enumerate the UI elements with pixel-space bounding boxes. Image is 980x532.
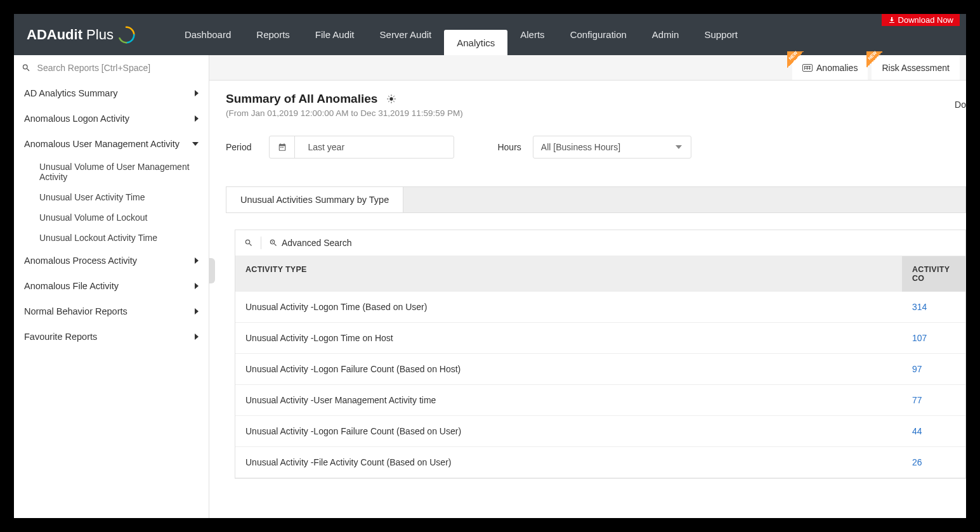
- tab-strip: Unusual Activities Summary by Type: [226, 186, 966, 213]
- filter-row: Period Last year Hours All [Business Hou…: [226, 136, 966, 159]
- search-wrap: [14, 55, 209, 81]
- col-activity-count[interactable]: ACTIVITY CO: [902, 256, 965, 292]
- sidebar-item-anomalous-file-activity[interactable]: Anomalous File Activity: [14, 273, 209, 299]
- chevron-right-icon: [195, 115, 199, 122]
- period-selector[interactable]: Last year: [269, 136, 454, 159]
- cell-activity-type: Unusual Activity -Logon Failure Count (B…: [235, 354, 902, 384]
- main: Do Summary of All Anomalies (From Jan 01…: [209, 81, 966, 518]
- nav-item-support[interactable]: Support: [691, 14, 750, 55]
- sidebar-item-favourite-reports[interactable]: Favourite Reports: [14, 324, 209, 349]
- advanced-search-button[interactable]: Advanced Search: [269, 238, 352, 248]
- cell-activity-count[interactable]: 97: [902, 354, 965, 384]
- anomalies-icon: [802, 64, 813, 72]
- anomalies-tab-label: Anomalies: [816, 63, 858, 73]
- table-row: Unusual Activity -Logon Time (Based on U…: [235, 292, 965, 323]
- search-plus-icon: [269, 238, 278, 247]
- risk-assessment-tab[interactable]: NEW Risk Assessment: [872, 55, 960, 80]
- cell-activity-count[interactable]: 44: [902, 416, 965, 446]
- header: ADAudit Plus DashboardReportsFile AuditS…: [14, 14, 966, 55]
- period-value: Last year: [295, 142, 454, 152]
- cell-activity-type: Unusual Activity -Logon Time on Host: [235, 323, 902, 353]
- nav-item-analytics[interactable]: Analytics: [444, 30, 507, 55]
- subbar: NEW Anomalies NEW Risk Assessment: [14, 55, 966, 81]
- hours-label: Hours: [497, 142, 521, 152]
- subbar-right: NEW Anomalies NEW Risk Assessment: [792, 55, 966, 80]
- sidebar-subitem-unusual-volume-of-lockout[interactable]: Unusual Volume of Lockout: [14, 207, 209, 228]
- content-area: AD Analytics SummaryAnomalous Logon Acti…: [14, 81, 966, 518]
- sidebar-collapse-handle[interactable]: [209, 258, 215, 283]
- svg-line-5: [389, 96, 389, 96]
- sidebar-item-label: Anomalous Process Activity: [24, 256, 137, 266]
- sidebar-item-label: Anomalous File Activity: [24, 281, 119, 291]
- sidebar-subitem-unusual-lockout-activity-time[interactable]: Unusual Lockout Activity Time: [14, 228, 209, 248]
- search-icon: [22, 63, 31, 73]
- cell-activity-count[interactable]: 314: [902, 292, 965, 322]
- svg-line-8: [394, 96, 395, 96]
- nav: DashboardReportsFile AuditServer AuditAn…: [172, 14, 750, 55]
- nav-item-reports[interactable]: Reports: [244, 14, 303, 55]
- table-row: Unusual Activity -Logon Failure Count (B…: [235, 416, 965, 447]
- table-row: Unusual Activity -Logon Time on Host107: [235, 323, 965, 354]
- cell-activity-count[interactable]: 107: [902, 323, 965, 353]
- sidebar-item-label: Normal Behavior Reports: [24, 306, 127, 316]
- period-label: Period: [226, 142, 251, 152]
- sidebar-subitem-unusual-volume-of-user-management-activity[interactable]: Unusual Volume of User Management Activi…: [14, 157, 209, 187]
- sidebar-item-label: AD Analytics Summary: [24, 88, 117, 98]
- nav-item-admin[interactable]: Admin: [639, 14, 692, 55]
- cell-activity-type: Unusual Activity -User Management Activi…: [235, 385, 902, 415]
- anomalies-tab[interactable]: NEW Anomalies: [792, 55, 868, 80]
- separator: [261, 237, 261, 249]
- svg-line-6: [394, 101, 395, 101]
- bulb-icon: [386, 94, 396, 104]
- chevron-down-icon: [192, 142, 199, 146]
- cell-activity-type: Unusual Activity -Logon Time (Based on U…: [235, 292, 902, 322]
- date-range: (From Jan 01,2019 12:00:00 AM to Dec 31,…: [226, 108, 966, 118]
- logo-swirl-icon: [117, 26, 135, 44]
- hours-selector[interactable]: All [Business Hours]: [533, 136, 691, 159]
- search-icon[interactable]: [244, 238, 253, 247]
- chevron-down-icon: [676, 145, 682, 149]
- nav-item-alerts[interactable]: Alerts: [507, 14, 557, 55]
- new-badge: NEW: [787, 51, 804, 68]
- cell-activity-count[interactable]: 77: [902, 385, 965, 415]
- hours-value: All [Business Hours]: [541, 142, 620, 152]
- svg-line-7: [389, 101, 389, 101]
- sidebar-subitem-unusual-user-activity-time[interactable]: Unusual User Activity Time: [14, 187, 209, 207]
- tab-summary-by-type[interactable]: Unusual Activities Summary by Type: [226, 187, 403, 212]
- cell-activity-type: Unusual Activity -File Activity Count (B…: [235, 447, 902, 477]
- logo: ADAudit Plus: [14, 26, 147, 44]
- new-badge: NEW: [866, 51, 883, 68]
- download-icon: [888, 16, 896, 24]
- table-row: Unusual Activity -User Management Activi…: [235, 385, 965, 416]
- app-frame: Download Now ADAudit Plus DashboardRepor…: [14, 14, 966, 518]
- search-input[interactable]: [37, 63, 201, 73]
- risk-assessment-tab-label: Risk Assessment: [882, 63, 950, 73]
- table-row: Unusual Activity -Logon Failure Count (B…: [235, 354, 965, 385]
- sidebar-item-label: Anomalous Logon Activity: [24, 114, 129, 124]
- download-now-button[interactable]: Download Now: [882, 14, 960, 26]
- chevron-right-icon: [195, 257, 199, 264]
- page-title: Summary of All Anomalies: [226, 92, 966, 106]
- cell-activity-count[interactable]: 26: [902, 447, 965, 477]
- sidebar-item-anomalous-logon-activity[interactable]: Anomalous Logon Activity: [14, 106, 209, 131]
- chevron-right-icon: [195, 283, 199, 289]
- sidebar-item-anomalous-user-management-activity[interactable]: Anomalous User Management Activity: [14, 131, 209, 157]
- nav-item-configuration[interactable]: Configuration: [558, 14, 639, 55]
- svg-point-0: [390, 97, 393, 100]
- nav-item-file-audit[interactable]: File Audit: [303, 14, 367, 55]
- table-toolbar: Advanced Search: [235, 230, 965, 256]
- sidebar-item-normal-behavior-reports[interactable]: Normal Behavior Reports: [14, 299, 209, 324]
- nav-item-server-audit[interactable]: Server Audit: [367, 14, 445, 55]
- sidebar: AD Analytics SummaryAnomalous Logon Acti…: [14, 81, 209, 518]
- cell-activity-type: Unusual Activity -Logon Failure Count (B…: [235, 416, 902, 446]
- col-activity-type[interactable]: ACTIVITY TYPE: [235, 256, 902, 292]
- sidebar-item-label: Favourite Reports: [24, 332, 97, 342]
- chevron-right-icon: [195, 90, 199, 96]
- download-now-label: Download Now: [898, 15, 953, 25]
- chevron-right-icon: [195, 334, 199, 340]
- sidebar-item-ad-analytics-summary[interactable]: AD Analytics Summary: [14, 81, 209, 106]
- table-header-row: ACTIVITY TYPE ACTIVITY CO: [235, 256, 965, 292]
- chevron-right-icon: [195, 308, 199, 315]
- sidebar-item-anomalous-process-activity[interactable]: Anomalous Process Activity: [14, 248, 209, 273]
- nav-item-dashboard[interactable]: Dashboard: [172, 14, 244, 55]
